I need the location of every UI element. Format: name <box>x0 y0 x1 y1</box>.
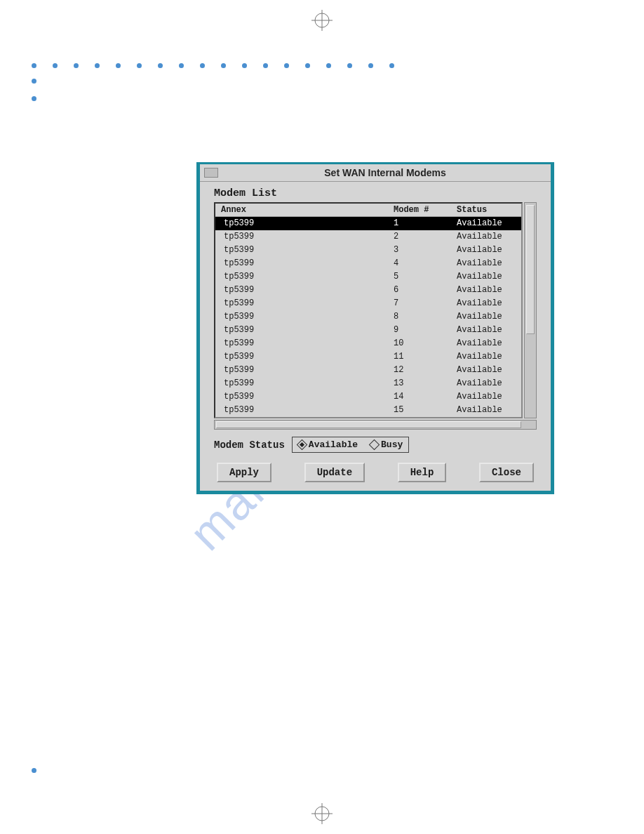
window-menu-icon[interactable] <box>204 168 218 178</box>
table-row[interactable]: tp539914Available <box>215 390 521 404</box>
cell-status: Available <box>454 350 521 364</box>
radio-label: Available <box>309 439 358 450</box>
help-button[interactable]: Help <box>398 463 447 482</box>
dialog-titlebar: Set WAN Internal Modems <box>200 164 551 182</box>
modem-list[interactable]: Annex Modem # Status tp53991Availabletp5… <box>214 202 523 418</box>
cell-modem: 2 <box>391 230 454 244</box>
column-header-modem: Modem # <box>391 204 454 216</box>
modem-status-label: Modem Status <box>214 439 285 451</box>
vertical-scrollbar[interactable] <box>524 202 537 418</box>
cell-status: Available <box>454 364 521 377</box>
modem-status-radio-group: Available Busy <box>292 437 409 453</box>
table-row[interactable]: tp53992Available <box>215 230 521 244</box>
table-row[interactable]: tp53997Available <box>215 297 521 310</box>
modem-list-label: Modem List <box>200 182 551 202</box>
cell-annex: tp5399 <box>215 284 391 297</box>
table-row[interactable]: tp53991Available <box>215 217 521 230</box>
set-wan-internal-modems-dialog: Set WAN Internal Modems Modem List Annex… <box>196 162 554 494</box>
cell-modem: 11 <box>391 350 454 364</box>
table-row[interactable]: tp53995Available <box>215 270 521 284</box>
close-button[interactable]: Close <box>479 463 534 482</box>
table-row[interactable]: tp539913Available <box>215 377 521 390</box>
radio-available[interactable]: Available <box>298 439 358 450</box>
cell-status: Available <box>454 390 521 404</box>
modem-list-header: Annex Modem # Status <box>215 204 521 217</box>
radio-busy[interactable]: Busy <box>370 439 403 450</box>
cell-modem: 1 <box>391 217 454 230</box>
cell-modem: 12 <box>391 364 454 377</box>
table-row[interactable]: tp53999Available <box>215 324 521 337</box>
radio-diamond-icon <box>369 439 380 451</box>
cell-modem: 10 <box>391 337 454 350</box>
cell-annex: tp5399 <box>215 324 391 337</box>
cell-status: Available <box>454 257 521 270</box>
cell-annex: tp5399 <box>215 404 391 417</box>
scrollbar-thumb[interactable] <box>216 421 521 428</box>
table-row[interactable]: tp539910Available <box>215 337 521 350</box>
radio-label: Busy <box>381 439 403 450</box>
cell-annex: tp5399 <box>215 350 391 364</box>
table-row[interactable]: tp539911Available <box>215 350 521 364</box>
cell-modem: 14 <box>391 390 454 404</box>
apply-button[interactable]: Apply <box>217 463 271 482</box>
cell-modem: 7 <box>391 297 454 310</box>
crop-mark-bottom-icon <box>311 803 333 824</box>
decorative-dot-row <box>32 63 394 68</box>
cell-annex: tp5399 <box>215 377 391 390</box>
dialog-title: Set WAN Internal Modems <box>224 167 546 178</box>
cell-modem: 8 <box>391 310 454 324</box>
column-header-status: Status <box>454 204 521 216</box>
table-row[interactable]: tp539912Available <box>215 364 521 377</box>
cell-modem: 4 <box>391 257 454 270</box>
cell-modem: 15 <box>391 404 454 417</box>
crop-mark-top-icon <box>311 10 333 31</box>
cell-status: Available <box>454 377 521 390</box>
cell-annex: tp5399 <box>215 270 391 284</box>
cell-modem: 13 <box>391 377 454 390</box>
cell-annex: tp5399 <box>215 310 391 324</box>
cell-annex: tp5399 <box>215 230 391 244</box>
cell-status: Available <box>454 270 521 284</box>
cell-annex: tp5399 <box>215 364 391 377</box>
cell-status: Available <box>454 324 521 337</box>
cell-status: Available <box>454 337 521 350</box>
table-row[interactable]: tp53993Available <box>215 244 521 257</box>
table-row[interactable]: tp53994Available <box>215 257 521 270</box>
cell-annex: tp5399 <box>215 217 391 230</box>
cell-status: Available <box>454 244 521 257</box>
update-button[interactable]: Update <box>304 463 365 482</box>
scrollbar-thumb[interactable] <box>526 205 535 334</box>
horizontal-scrollbar[interactable] <box>214 420 537 430</box>
radio-diamond-icon <box>297 439 308 451</box>
cell-modem: 5 <box>391 270 454 284</box>
cell-modem: 6 <box>391 284 454 297</box>
cell-annex: tp5399 <box>215 390 391 404</box>
cell-status: Available <box>454 310 521 324</box>
cell-status: Available <box>454 297 521 310</box>
cell-status: Available <box>454 217 521 230</box>
table-row[interactable]: tp53996Available <box>215 284 521 297</box>
cell-status: Available <box>454 230 521 244</box>
table-row[interactable]: tp53998Available <box>215 310 521 324</box>
decorative-dot-bottom <box>32 768 36 773</box>
cell-modem: 3 <box>391 244 454 257</box>
cell-annex: tp5399 <box>215 297 391 310</box>
decorative-dot-column <box>32 79 36 101</box>
cell-status: Available <box>454 404 521 417</box>
column-header-annex: Annex <box>215 204 391 216</box>
cell-annex: tp5399 <box>215 337 391 350</box>
cell-annex: tp5399 <box>215 257 391 270</box>
cell-status: Available <box>454 284 521 297</box>
cell-annex: tp5399 <box>215 244 391 257</box>
table-row[interactable]: tp539915Available <box>215 404 521 417</box>
cell-modem: 9 <box>391 324 454 337</box>
